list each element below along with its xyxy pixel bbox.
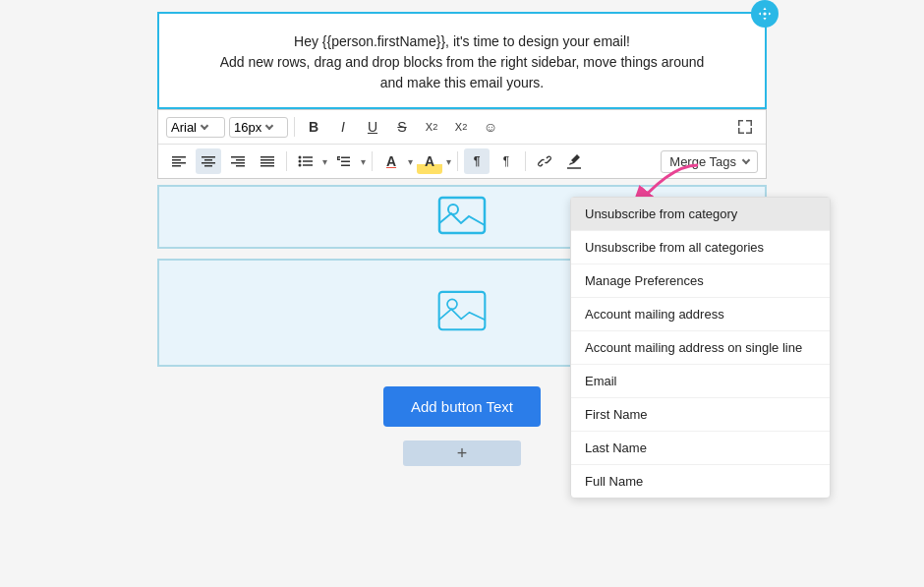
svg-point-7 <box>447 299 457 309</box>
image-placeholder-2 <box>437 286 487 339</box>
unordered-list-button[interactable] <box>293 148 318 174</box>
text-line1: Hey {{person.firstName}}, it's time to d… <box>179 31 745 52</box>
align-center-icon <box>201 153 216 169</box>
underline-button[interactable]: U <box>360 114 385 140</box>
drag-handle[interactable] <box>751 0 779 28</box>
ordered-list-chevron[interactable]: ▾ <box>361 156 366 167</box>
svg-point-2 <box>299 164 302 167</box>
bold-button[interactable]: B <box>301 114 326 140</box>
strikethrough-button[interactable]: S <box>389 114 415 140</box>
image-icon-2 <box>437 286 487 335</box>
highlight-chevron[interactable]: ▾ <box>446 156 451 167</box>
toolbar-row1: Arial 16px B I U S X2 X2 ☺ <box>158 110 766 145</box>
align-center-button[interactable] <box>196 148 221 174</box>
merge-tags-button[interactable]: Merge Tags <box>661 150 758 173</box>
add-button[interactable]: Add button Text <box>383 386 541 427</box>
dropdown-item-4[interactable]: Account mailing address on single line <box>571 331 830 365</box>
unordered-list-chevron[interactable]: ▾ <box>322 156 327 167</box>
font-color-chevron[interactable]: ▾ <box>408 156 413 167</box>
expand-icon <box>737 119 753 135</box>
ordered-list-icon <box>336 153 352 169</box>
font-family-chevron <box>201 122 208 130</box>
merge-tags-dropdown: Unsubscribe from category Unsubscribe fr… <box>570 197 831 499</box>
link-button[interactable] <box>532 148 557 174</box>
dropdown-item-7[interactable]: Last Name <box>571 432 830 465</box>
dropdown-item-5[interactable]: Email <box>571 365 830 398</box>
align-left-icon <box>171 153 187 169</box>
toolbar-separator-3 <box>372 151 373 171</box>
add-row-button[interactable]: + <box>403 440 521 466</box>
dropdown-item-3[interactable]: Account mailing address <box>571 298 830 331</box>
clean-button[interactable] <box>561 148 587 174</box>
dropdown-item-8[interactable]: Full Name <box>571 465 830 498</box>
svg-point-5 <box>448 205 458 214</box>
align-justify-button[interactable] <box>255 148 280 174</box>
toolbar-separator-5 <box>525 151 526 171</box>
link-icon <box>537 153 552 169</box>
emoji-button[interactable]: ☺ <box>478 114 503 140</box>
image-placeholder-1 <box>437 191 487 244</box>
subscript-button[interactable]: X2 <box>448 114 474 140</box>
image-icon-1 <box>437 191 487 240</box>
toolbar-separator-1 <box>294 117 295 137</box>
font-family-select[interactable]: Arial <box>166 117 225 138</box>
svg-rect-4 <box>439 198 485 233</box>
text-block: Hey {{person.firstName}}, it's time to d… <box>157 12 767 109</box>
toolbar-row2: ▾ ▾ A ▾ A ▾ ¶ ¶ Merge Tags <box>158 145 766 178</box>
superscript-button[interactable]: X2 <box>419 114 444 140</box>
svg-rect-6 <box>439 292 486 329</box>
toolbar-separator-4 <box>457 151 458 171</box>
toolbar-separator-2 <box>286 151 287 171</box>
merge-tags-chevron <box>742 156 750 164</box>
clean-icon <box>566 153 582 169</box>
toolbar: Arial 16px B I U S X2 X2 ☺ <box>157 109 767 179</box>
text-line2: Add new rows, drag and drop blocks from … <box>179 52 745 73</box>
svg-point-1 <box>299 160 302 163</box>
ordered-list-button[interactable] <box>331 148 357 174</box>
dropdown-item-2[interactable]: Manage Preferences <box>571 264 830 298</box>
align-right-icon <box>230 153 246 169</box>
plus-icon: + <box>457 443 468 464</box>
dropdown-item-6[interactable]: First Name <box>571 398 830 432</box>
highlight-button[interactable]: A <box>417 148 442 174</box>
font-size-chevron <box>265 122 273 130</box>
dropdown-item-0[interactable]: Unsubscribe from category <box>571 198 830 231</box>
font-size-select[interactable]: 16px <box>229 117 288 138</box>
align-justify-icon <box>260 153 275 169</box>
rtl-button[interactable]: ¶ <box>464 148 490 174</box>
dropdown-item-1[interactable]: Unsubscribe from all categories <box>571 231 830 264</box>
align-left-button[interactable] <box>166 148 192 174</box>
svg-point-0 <box>299 156 302 159</box>
italic-button[interactable]: I <box>330 114 356 140</box>
move-icon <box>757 6 773 22</box>
main-canvas: Hey {{person.firstName}}, it's time to d… <box>0 0 924 587</box>
merge-tags-label: Merge Tags <box>669 154 736 169</box>
direction-button[interactable]: ¶ <box>493 148 519 174</box>
text-line3: and make this email yours. <box>179 73 745 93</box>
font-color-button[interactable]: A <box>378 148 404 174</box>
expand-button[interactable] <box>732 114 758 140</box>
align-right-button[interactable] <box>225 148 251 174</box>
unordered-list-icon <box>298 153 314 169</box>
